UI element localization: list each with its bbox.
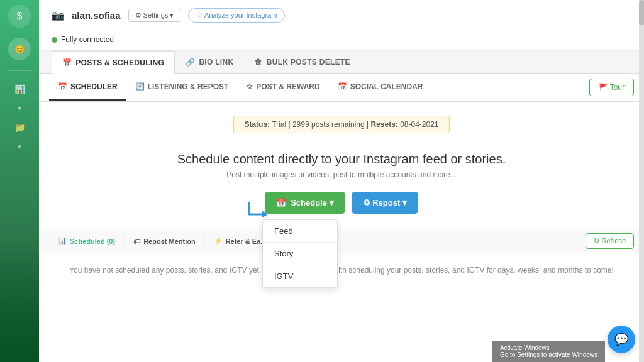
- sub-tab-listening[interactable]: 🔄 LISTENING & REPOST: [126, 75, 238, 101]
- chat-bubble[interactable]: 💬: [608, 326, 635, 353]
- scrollbar-thumb[interactable]: [639, 0, 644, 25]
- arrow-illustration: [244, 197, 275, 219]
- empty-message: You have not scheduled any posts, storie…: [39, 253, 644, 288]
- svg-marker-0: [262, 211, 268, 218]
- status-label: Status:: [244, 120, 270, 129]
- sidebar-logo[interactable]: $: [8, 5, 31, 28]
- dropdown-feed[interactable]: Feed: [263, 220, 337, 243]
- bottom-tab-repost[interactable]: 🏷 Repost Mention: [125, 231, 205, 251]
- chevron-icon-2: ▼: [16, 143, 23, 150]
- connected-text: Fully connected: [61, 35, 114, 44]
- status-dot: [52, 37, 57, 43]
- dropdown-story[interactable]: Story: [263, 243, 337, 265]
- settings-button[interactable]: ⚙ Settings ▾: [128, 9, 181, 22]
- sidebar-nav-2[interactable]: 📁: [8, 116, 31, 139]
- calendar-label: SOCIAL CALENDAR: [350, 82, 423, 91]
- bio-tab-icon: 🔗: [186, 58, 195, 67]
- tab-bio-link[interactable]: 🔗 BIO LINK: [175, 51, 244, 73]
- posts-tab-label: POSTS & SCHEDULING: [75, 58, 164, 67]
- scheduled-icon: 📊: [58, 237, 67, 245]
- sidebar: $ 😊 📊 ▼ 📁 ▼: [0, 0, 39, 362]
- account-name: alan.sofiaa: [72, 10, 121, 21]
- buttons-area: 📅 Schedule ▾ ♻ Repost ▾ Feed Story IGTV: [52, 192, 631, 214]
- sidebar-nav-1[interactable]: 📊: [8, 78, 31, 101]
- scrollbar-track[interactable]: [639, 0, 644, 362]
- content-area: 📅 SCHEDULER 🔄 LISTENING & REPOST ☆ POST …: [39, 74, 644, 362]
- sub-tab-social-calendar[interactable]: 📅 SOCIAL CALENDAR: [329, 75, 432, 101]
- topbar: 📷 alan.sofiaa ⚙ Settings ▾ ♡ Analyze you…: [39, 0, 644, 31]
- bulk-tab-label: Bulk Posts Delete: [267, 58, 350, 67]
- main-tab-bar: 📅 POSTS & SCHEDULING 🔗 BIO LINK 🗑 Bulk P…: [39, 51, 644, 74]
- resets-label: Resets:: [370, 120, 397, 129]
- repost-button[interactable]: ♻ Repost ▾: [352, 192, 418, 214]
- analyze-button[interactable]: ♡ Analyze your Instagram: [188, 8, 285, 23]
- status-value: Trial: [272, 120, 286, 129]
- tab-bulk-delete[interactable]: 🗑 Bulk Posts Delete: [244, 51, 360, 73]
- sidebar-divider: [7, 70, 32, 71]
- tab-posts-scheduling[interactable]: 📅 POSTS & SCHEDULING: [52, 51, 175, 74]
- refer-label: Refer & Ea...: [226, 238, 267, 245]
- connected-bar: Fully connected: [39, 31, 644, 51]
- sidebar-avatar[interactable]: 😊: [8, 38, 31, 60]
- bottom-tabs: 📊 Scheduled (0) 🏷 Repost Mention ⚡ Refer…: [39, 229, 644, 253]
- scheduler-content: Schedule content directly to your Instag…: [39, 142, 644, 229]
- reward-icon: ☆: [246, 82, 253, 91]
- instagram-icon: 📷: [52, 9, 64, 21]
- main-content: 📷 alan.sofiaa ⚙ Settings ▾ ♡ Analyze you…: [39, 0, 644, 362]
- bottom-tab-scheduled[interactable]: 📊 Scheduled (0): [49, 231, 125, 251]
- windows-line1: Activate Windows: [500, 344, 597, 351]
- sub-tab-scheduler[interactable]: 📅 SCHEDULER: [49, 75, 126, 101]
- schedule-button[interactable]: 📅 Schedule ▾: [265, 192, 345, 214]
- status-bar: Status: Trial | 2999 posts remaining | R…: [233, 116, 449, 133]
- calendar-icon: 📅: [338, 82, 347, 91]
- status-wrapper: Status: Trial | 2999 posts remaining | R…: [39, 102, 644, 142]
- tour-button[interactable]: 🚩 Tour: [589, 79, 634, 96]
- refer-icon: ⚡: [214, 237, 223, 245]
- chevron-icon-1: ▼: [16, 105, 23, 112]
- main-heading: Schedule content directly to your Instag…: [52, 152, 631, 167]
- scheduler-label: SCHEDULER: [70, 82, 118, 91]
- repost-mention-icon: 🏷: [133, 238, 140, 245]
- reward-label: POST & REWARD: [256, 82, 319, 91]
- scheduler-icon: 📅: [58, 82, 67, 91]
- posts-tab-icon: 📅: [62, 58, 72, 67]
- sub-tab-post-reward[interactable]: ☆ POST & REWARD: [237, 75, 328, 101]
- listening-icon: 🔄: [135, 82, 145, 91]
- windows-line2: Go to Settings to activate Windows: [500, 351, 597, 358]
- resets-date: 08-04-2021: [400, 120, 438, 129]
- dropdown-igtv[interactable]: IGTV: [263, 265, 337, 287]
- topbar-left: 📷 alan.sofiaa ⚙ Settings ▾ ♡ Analyze you…: [52, 8, 285, 23]
- windows-activation: Activate Windows Go to Settings to activ…: [492, 341, 605, 362]
- calendar-btn-icon: 📅: [276, 198, 286, 207]
- listening-label: LISTENING & REPOST: [148, 82, 229, 91]
- sub-tab-bar: 📅 SCHEDULER 🔄 LISTENING & REPOST ☆ POST …: [39, 74, 644, 102]
- bio-tab-label: BIO LINK: [199, 58, 233, 67]
- refresh-button[interactable]: ↻ Refresh: [586, 233, 634, 249]
- repost-mention-label: Repost Mention: [143, 238, 196, 245]
- scheduled-label: Scheduled (0): [70, 238, 115, 245]
- posts-remaining: 2999 posts remaining: [292, 120, 365, 129]
- bulk-tab-icon: 🗑: [255, 58, 262, 67]
- repost-btn-label: ♻ Repost ▾: [363, 198, 407, 207]
- schedule-dropdown: Feed Story IGTV: [262, 219, 338, 288]
- schedule-btn-label: Schedule ▾: [291, 198, 333, 207]
- sub-heading: Post multiple images or videos, post to …: [52, 170, 631, 179]
